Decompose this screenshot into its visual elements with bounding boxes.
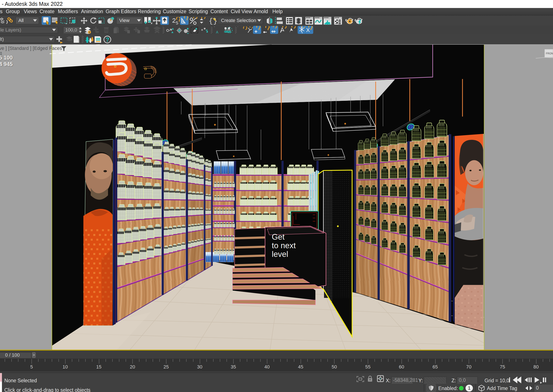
svg-text:5 100: 5 100	[0, 55, 13, 61]
svg-text:to next: to next	[272, 241, 296, 250]
svg-text:ve ] [Standard ] [Edged Face: ve ] [Standard ] [Edged Faces ]	[0, 46, 64, 51]
svg-text:FRON: FRON	[546, 52, 553, 55]
svg-text:4 945: 4 945	[0, 61, 13, 67]
svg-text:level: level	[272, 250, 288, 259]
svg-text:Get: Get	[272, 232, 285, 241]
